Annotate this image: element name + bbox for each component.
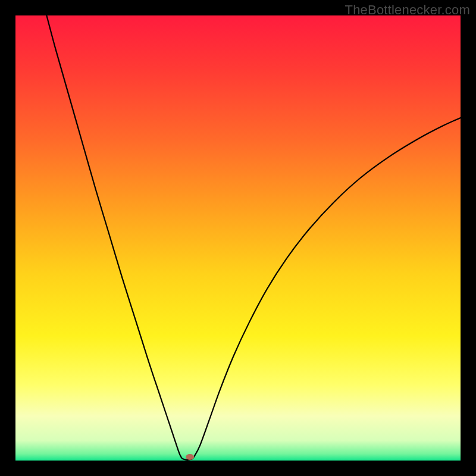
chart-frame: TheBottlenecker.com: [0, 0, 476, 476]
plot-background: [15, 15, 461, 461]
minimum-marker: [186, 454, 194, 460]
bottleneck-chart: [0, 0, 476, 476]
